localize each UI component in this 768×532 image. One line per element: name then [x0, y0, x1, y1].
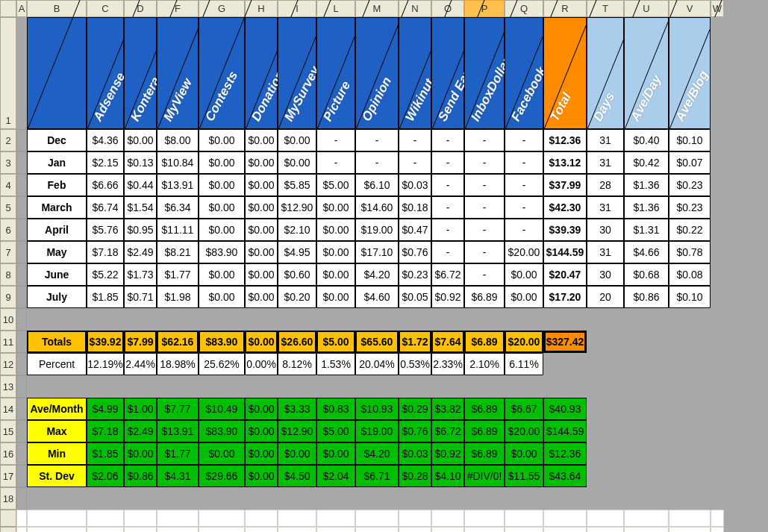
data-cell[interactable]: -	[505, 151, 543, 174]
data-cell[interactable]: 20	[587, 286, 624, 308]
stat-cell[interactable]: $29.66	[199, 465, 245, 487]
data-cell[interactable]: -	[316, 151, 355, 174]
data-cell[interactable]: $0.47	[399, 219, 431, 241]
row-header-2[interactable]: 2	[0, 129, 16, 151]
data-cell[interactable]: -	[431, 174, 464, 196]
blank-cell[interactable]	[711, 510, 724, 527]
stat-cell[interactable]: $5.00	[316, 420, 355, 442]
row-header-13[interactable]: 13	[0, 375, 16, 398]
stat-cell[interactable]: $10.93	[355, 398, 399, 420]
data-cell[interactable]: $0.00	[245, 241, 278, 263]
data-cell[interactable]: $5.00	[316, 174, 355, 196]
data-cell[interactable]: $0.95	[124, 219, 157, 241]
cell-A4[interactable]	[16, 174, 27, 196]
data-cell[interactable]: $0.00	[316, 286, 355, 308]
row-header-6[interactable]: 6	[0, 219, 16, 241]
data-cell[interactable]: -	[464, 263, 505, 286]
row-header-1[interactable]: 1	[0, 17, 16, 129]
row-header-8[interactable]: 8	[0, 263, 16, 286]
cell-A2[interactable]	[16, 129, 27, 151]
data-cell[interactable]: $6.10	[355, 174, 399, 196]
row-header-10[interactable]: 10	[0, 308, 16, 331]
percent-cell[interactable]: 20.04%	[355, 353, 399, 375]
stat-cell[interactable]: $3.33	[278, 398, 316, 420]
data-cell[interactable]: $11.11	[157, 219, 199, 241]
data-cell[interactable]: -	[431, 219, 464, 241]
data-cell[interactable]: $1.36	[624, 174, 669, 196]
stat-cell[interactable]: $0.00	[124, 442, 157, 465]
col-header-L[interactable]: L	[316, 0, 355, 17]
row-header-blank[interactable]	[0, 527, 16, 532]
stat-cell[interactable]: $0.76	[399, 420, 431, 442]
stat-cell[interactable]: $2.49	[124, 420, 157, 442]
blank-cell[interactable]	[431, 510, 464, 527]
data-cell[interactable]: $8.21	[157, 241, 199, 263]
data-cell[interactable]: $2.10	[278, 219, 316, 241]
data-cell[interactable]: $4.60	[355, 286, 399, 308]
stat-label-max[interactable]: Max	[27, 420, 87, 442]
data-cell[interactable]: $6.74	[87, 196, 124, 219]
data-cell[interactable]: $0.00	[199, 174, 245, 196]
stat-cell[interactable]: $6.89	[464, 398, 505, 420]
stat-cell[interactable]: $6.89	[464, 442, 505, 465]
data-cell[interactable]: $14.60	[355, 196, 399, 219]
stat-cell[interactable]: $40.93	[543, 398, 587, 420]
stat-cell[interactable]: $1.85	[87, 442, 124, 465]
blank-cell[interactable]	[543, 527, 587, 532]
blank-cell[interactable]	[124, 510, 157, 527]
stat-cell[interactable]: $0.00	[245, 442, 278, 465]
data-cell[interactable]: -	[355, 129, 399, 151]
blank-cell[interactable]	[157, 510, 199, 527]
data-cell[interactable]: $0.86	[624, 286, 669, 308]
col-header-F[interactable]: F	[157, 0, 199, 17]
data-cell[interactable]: $2.15	[87, 151, 124, 174]
data-cell[interactable]: $4.66	[624, 241, 669, 263]
data-cell[interactable]: $0.18	[399, 196, 431, 219]
stat-cell[interactable]: $2.04	[316, 465, 355, 487]
data-cell[interactable]: $0.68	[624, 263, 669, 286]
data-cell[interactable]: -	[431, 196, 464, 219]
percent-cell[interactable]: 18.98%	[157, 353, 199, 375]
blank-cell[interactable]	[355, 527, 399, 532]
data-cell[interactable]: $4.36	[87, 129, 124, 151]
data-cell[interactable]: $144.59	[543, 241, 587, 263]
row-header-9[interactable]: 9	[0, 286, 16, 308]
data-cell[interactable]: $0.71	[124, 286, 157, 308]
totals-cell[interactable]: $83.90	[199, 331, 245, 353]
cell-A7[interactable]	[16, 241, 27, 263]
stat-cell[interactable]: $6.72	[431, 420, 464, 442]
data-cell[interactable]: 28	[587, 174, 624, 196]
blank-cell[interactable]	[87, 527, 124, 532]
totals-label[interactable]: Totals	[27, 331, 87, 353]
col-header-R[interactable]: R	[543, 0, 587, 17]
month-June[interactable]: June	[27, 263, 87, 286]
data-cell[interactable]: $19.00	[355, 219, 399, 241]
data-cell[interactable]: $0.00	[505, 286, 543, 308]
data-cell[interactable]: -	[431, 241, 464, 263]
percent-cell[interactable]: 25.62%	[199, 353, 245, 375]
cell-A12[interactable]	[16, 353, 27, 375]
blank-cell[interactable]	[624, 527, 669, 532]
percent-cell[interactable]: 2.44%	[124, 353, 157, 375]
data-cell[interactable]: $0.00	[316, 219, 355, 241]
stat-cell[interactable]: $0.03	[399, 442, 431, 465]
data-cell[interactable]: $2.49	[124, 241, 157, 263]
blank-cell[interactable]	[245, 510, 278, 527]
row-header-blank[interactable]	[0, 510, 16, 527]
stat-cell[interactable]: $19.00	[355, 420, 399, 442]
stat-cell[interactable]: $0.28	[399, 465, 431, 487]
data-cell[interactable]: $0.00	[199, 263, 245, 286]
stat-cell[interactable]: $6.89	[464, 420, 505, 442]
blank-cell[interactable]	[124, 527, 157, 532]
totals-cell[interactable]: $62.16	[157, 331, 199, 353]
blank-cell[interactable]	[16, 527, 27, 532]
blank-cell[interactable]	[464, 527, 505, 532]
data-cell[interactable]: $4.20	[355, 263, 399, 286]
blank-cell[interactable]	[278, 510, 316, 527]
row-header-7[interactable]: 7	[0, 241, 16, 263]
row-header-11[interactable]: 11	[0, 331, 16, 353]
month-Feb[interactable]: Feb	[27, 174, 87, 196]
data-cell[interactable]: $1.31	[624, 219, 669, 241]
data-cell[interactable]: $5.85	[278, 174, 316, 196]
blank-cell[interactable]	[711, 527, 724, 532]
